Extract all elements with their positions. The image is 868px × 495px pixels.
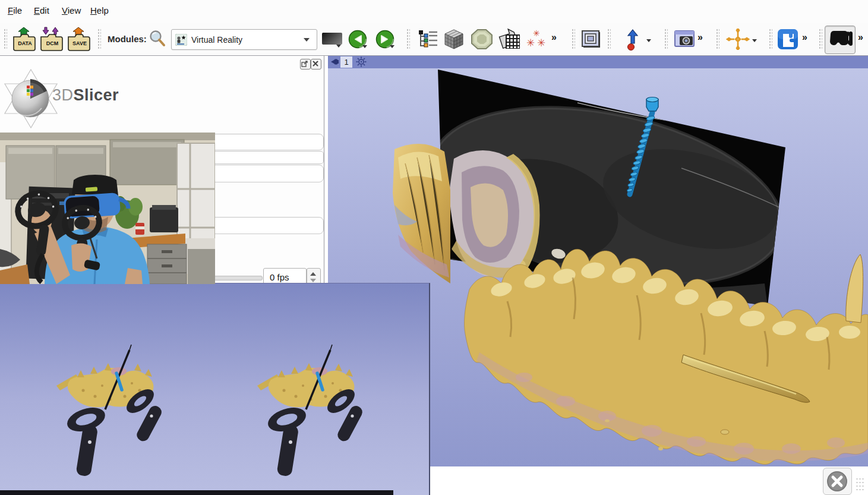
menu-file[interactable]: File [8, 5, 22, 15]
cut-vertebra [449, 150, 540, 278]
dicom-button[interactable]: DCM [39, 26, 64, 52]
layout-icon [581, 30, 602, 50]
chevron-down-icon[interactable] [752, 39, 757, 42]
slicer-logo [4, 67, 58, 130]
vr-left-eye [56, 345, 163, 477]
vr-stereo-view[interactable] [0, 283, 430, 495]
toolbar-drag-handle[interactable] [572, 29, 575, 50]
toolbar-drag-handle[interactable] [4, 29, 7, 50]
toolbar-drag-handle[interactable] [406, 29, 410, 50]
screenshot-button[interactable] [674, 30, 696, 51]
save-button[interactable]: SAVE [67, 26, 91, 52]
spine-volume [464, 249, 868, 464]
chevron-down-icon[interactable] [390, 45, 394, 48]
gray-cube-icon [443, 29, 465, 50]
crosshair-button[interactable] [726, 29, 750, 52]
spin-down-icon[interactable] [310, 279, 316, 282]
save-icon [67, 26, 91, 52]
toolbar-drag-handle[interactable] [716, 29, 719, 50]
toolbar-drag-handle[interactable] [819, 29, 822, 50]
load-data-button[interactable]: DATA [12, 26, 37, 52]
place-fiducial-button[interactable] [625, 29, 640, 53]
camera-icon [674, 30, 696, 49]
subject-hierarchy-button[interactable] [417, 29, 438, 52]
vr-bottom-bar [0, 490, 393, 495]
chevron-down-icon[interactable] [646, 39, 651, 42]
panel-close-button[interactable] [311, 59, 321, 70]
logo-text: 3DSlicer [52, 86, 119, 105]
module-selector[interactable]: Virtual Reality [171, 29, 317, 50]
crosshair-icon [726, 29, 750, 50]
menu-view[interactable]: View [62, 5, 81, 15]
close-circle-icon [823, 468, 851, 494]
virtual-reality-module-icon [175, 34, 187, 46]
toolbar-drag-handle[interactable] [769, 29, 772, 50]
snowflake-icon: ✳ [537, 37, 545, 49]
view-3d-header: 1 [328, 55, 868, 68]
fiducial-arrow-icon [625, 29, 640, 51]
module-history-button[interactable] [322, 33, 342, 45]
layout-button[interactable] [581, 30, 602, 52]
chevron-down-icon[interactable] [362, 45, 367, 48]
toolbar-drag-handle[interactable] [97, 29, 101, 50]
toolbar-overflow[interactable]: » [858, 32, 863, 43]
volume-rendering-button[interactable] [471, 29, 493, 52]
extensions-button[interactable] [777, 29, 798, 52]
menu-help[interactable]: Help [90, 5, 109, 15]
module-selector-value: Virtual Reality [191, 35, 304, 45]
slice-views-button[interactable] [498, 29, 521, 52]
volumes-button[interactable] [443, 29, 465, 52]
modules-label: Modules: [108, 34, 147, 44]
undock-icon [301, 59, 309, 68]
load-data-icon [12, 26, 37, 52]
vr-headset-icon [826, 27, 854, 53]
toolbar-drag-handle[interactable] [664, 29, 668, 50]
close-icon [311, 59, 320, 68]
toolbar-drag-handle[interactable] [607, 29, 611, 50]
chevron-down-icon[interactable] [336, 45, 341, 48]
octagon-icon [471, 29, 493, 50]
module-search-icon [149, 30, 166, 48]
slice-grid-icon [498, 29, 521, 50]
snowflake-crosshairs-button[interactable]: ✳ ✳ ✳ [526, 30, 548, 49]
view-3d-label: 1 [340, 56, 352, 68]
bottom-strip [430, 466, 868, 495]
extensions-icon [777, 29, 798, 50]
slicer-window: File Edit View Help DATA DCM [0, 0, 868, 495]
exit-fullscreen-button[interactable] [823, 468, 852, 495]
virtual-reality-toggle-button[interactable] [825, 26, 856, 54]
panel-undock-button[interactable] [300, 59, 311, 70]
toolbar-overflow[interactable]: » [551, 32, 556, 43]
hierarchy-tree-icon [417, 29, 438, 50]
spin-up-icon[interactable] [310, 272, 316, 276]
toolbar: DATA DCM SAVE Modules: [0, 23, 868, 56]
view-controls-gear-icon[interactable] [356, 56, 367, 67]
snowflake-icon: ✳ [526, 37, 535, 49]
vr-stereo-scene [0, 283, 429, 495]
module-search-button[interactable] [149, 30, 166, 50]
webcam-scene [0, 133, 215, 284]
menu-edit[interactable]: Edit [34, 5, 49, 15]
dicom-icon [39, 26, 64, 52]
vr-right-eye [257, 345, 364, 477]
menu-bar: File Edit View Help [0, 0, 868, 23]
webcam-video [0, 133, 215, 284]
resize-grip[interactable] [856, 477, 864, 493]
toolbar-overflow[interactable]: » [802, 32, 807, 43]
bone-wedge [393, 144, 450, 283]
toolbar-overflow[interactable]: » [697, 32, 702, 43]
pin-icon[interactable] [330, 58, 339, 66]
chevron-down-icon [304, 38, 310, 42]
